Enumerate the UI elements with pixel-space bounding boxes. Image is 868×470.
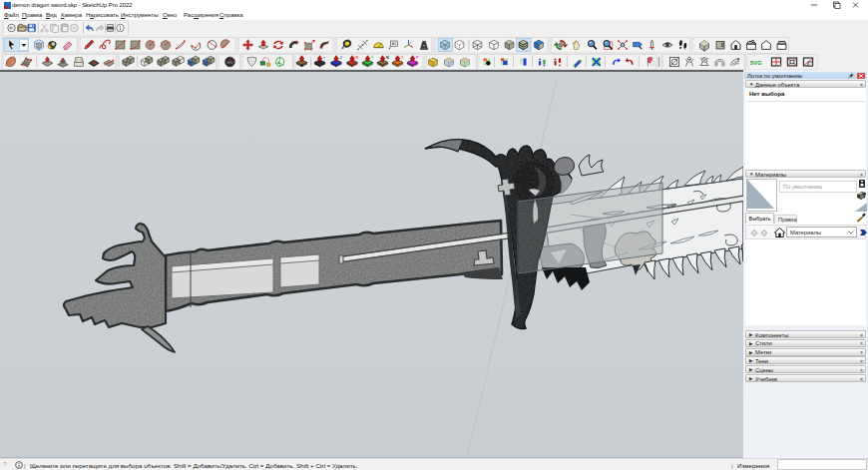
svg-text:≡: ≡ [323,56,325,60]
svg-text:R: R [356,56,359,60]
svg-text:SVG: SVG [750,60,763,66]
svg-text:J: J [340,56,342,60]
svg-text:A1: A1 [392,41,397,46]
svg-text:N: N [386,56,389,60]
